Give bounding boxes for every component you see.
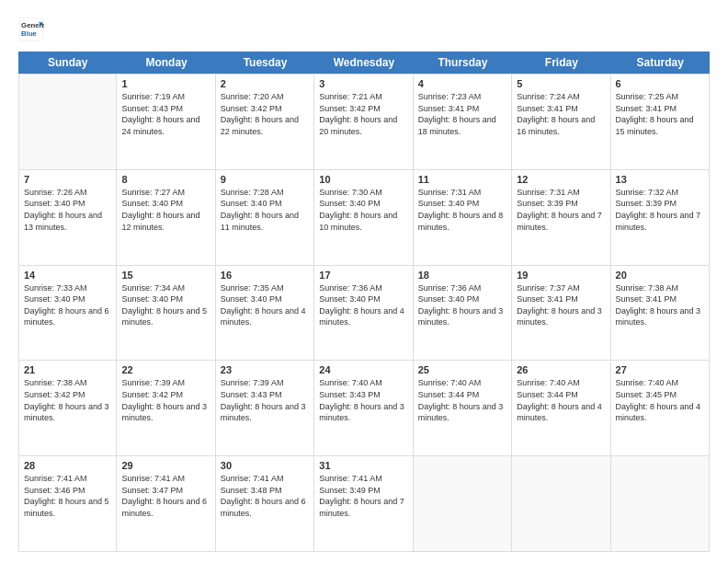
day-number: 21 <box>24 364 111 375</box>
empty-cell <box>18 75 117 169</box>
cell-info: Sunrise: 7:30 AMSunset: 3:40 PMDaylight:… <box>319 187 407 233</box>
day-cell-2: 2Sunrise: 7:20 AMSunset: 3:42 PMDaylight… <box>216 75 314 169</box>
day-number: 13 <box>616 174 704 185</box>
day-number: 3 <box>319 78 407 89</box>
day-number: 12 <box>517 174 605 185</box>
day-cell-11: 11Sunrise: 7:31 AMSunset: 3:40 PMDayligh… <box>414 170 512 265</box>
cell-info: Sunrise: 7:32 AMSunset: 3:39 PMDaylight:… <box>616 187 704 233</box>
day-number: 22 <box>121 364 210 375</box>
day-cell-26: 26Sunrise: 7:40 AMSunset: 3:44 PMDayligh… <box>512 361 610 455</box>
logo-icon: General Blue <box>18 17 44 42</box>
cell-info: Sunrise: 7:41 AMSunset: 3:49 PMDaylight:… <box>319 473 407 519</box>
cell-info: Sunrise: 7:33 AMSunset: 3:40 PMDaylight:… <box>24 282 111 328</box>
day-number: 16 <box>221 270 309 281</box>
day-number: 17 <box>319 270 407 281</box>
day-cell-15: 15Sunrise: 7:34 AMSunset: 3:40 PMDayligh… <box>117 266 215 361</box>
day-number: 31 <box>319 460 407 471</box>
cell-info: Sunrise: 7:35 AMSunset: 3:40 PMDaylight:… <box>221 282 309 328</box>
cell-info: Sunrise: 7:41 AMSunset: 3:47 PMDaylight:… <box>121 473 210 519</box>
day-cell-16: 16Sunrise: 7:35 AMSunset: 3:40 PMDayligh… <box>216 266 314 361</box>
cell-info: Sunrise: 7:31 AMSunset: 3:40 PMDaylight:… <box>418 187 506 233</box>
day-number: 2 <box>221 78 309 89</box>
weekday-header-monday: Monday <box>117 52 215 74</box>
cell-info: Sunrise: 7:36 AMSunset: 3:40 PMDaylight:… <box>319 282 407 328</box>
cell-info: Sunrise: 7:39 AMSunset: 3:42 PMDaylight:… <box>121 377 210 423</box>
day-cell-8: 8Sunrise: 7:27 AMSunset: 3:40 PMDaylight… <box>117 170 215 265</box>
day-cell-12: 12Sunrise: 7:31 AMSunset: 3:39 PMDayligh… <box>512 170 610 265</box>
day-number: 9 <box>221 174 309 185</box>
cell-info: Sunrise: 7:27 AMSunset: 3:40 PMDaylight:… <box>121 187 210 233</box>
day-number: 24 <box>319 364 407 375</box>
cell-info: Sunrise: 7:40 AMSunset: 3:44 PMDaylight:… <box>418 377 506 423</box>
logo: General Blue <box>18 17 48 42</box>
calendar-row-0: 1Sunrise: 7:19 AMSunset: 3:43 PMDaylight… <box>18 74 710 170</box>
page: General Blue SundayMondayTuesdayWednesda… <box>0 0 728 563</box>
day-number: 6 <box>616 78 704 89</box>
day-cell-18: 18Sunrise: 7:36 AMSunset: 3:40 PMDayligh… <box>414 266 512 361</box>
day-number: 30 <box>221 460 309 471</box>
day-cell-24: 24Sunrise: 7:40 AMSunset: 3:43 PMDayligh… <box>314 361 413 455</box>
cell-info: Sunrise: 7:24 AMSunset: 3:41 PMDaylight:… <box>517 91 605 137</box>
weekday-header-saturday: Saturday <box>611 52 710 74</box>
calendar-row-2: 14Sunrise: 7:33 AMSunset: 3:40 PMDayligh… <box>18 266 710 362</box>
cell-info: Sunrise: 7:40 AMSunset: 3:44 PMDaylight:… <box>517 377 605 423</box>
cell-info: Sunrise: 7:38 AMSunset: 3:41 PMDaylight:… <box>616 282 704 328</box>
day-number: 1 <box>121 78 210 89</box>
day-number: 18 <box>418 270 506 281</box>
cell-info: Sunrise: 7:28 AMSunset: 3:40 PMDaylight:… <box>221 187 309 233</box>
cell-info: Sunrise: 7:21 AMSunset: 3:42 PMDaylight:… <box>319 91 407 137</box>
cell-info: Sunrise: 7:26 AMSunset: 3:40 PMDaylight:… <box>24 187 111 233</box>
cell-info: Sunrise: 7:34 AMSunset: 3:40 PMDaylight:… <box>121 282 210 328</box>
day-cell-29: 29Sunrise: 7:41 AMSunset: 3:47 PMDayligh… <box>117 456 215 551</box>
day-number: 10 <box>319 174 407 185</box>
empty-cell <box>414 456 512 551</box>
cell-info: Sunrise: 7:36 AMSunset: 3:40 PMDaylight:… <box>418 282 506 328</box>
cell-info: Sunrise: 7:40 AMSunset: 3:43 PMDaylight:… <box>319 377 407 423</box>
day-cell-23: 23Sunrise: 7:39 AMSunset: 3:43 PMDayligh… <box>216 361 314 455</box>
day-cell-19: 19Sunrise: 7:37 AMSunset: 3:41 PMDayligh… <box>512 266 610 361</box>
day-cell-7: 7Sunrise: 7:26 AMSunset: 3:40 PMDaylight… <box>18 170 117 265</box>
day-cell-27: 27Sunrise: 7:40 AMSunset: 3:45 PMDayligh… <box>611 361 710 455</box>
day-number: 28 <box>24 460 111 471</box>
cell-info: Sunrise: 7:41 AMSunset: 3:46 PMDaylight:… <box>24 473 111 519</box>
cell-info: Sunrise: 7:25 AMSunset: 3:41 PMDaylight:… <box>616 91 704 137</box>
day-cell-5: 5Sunrise: 7:24 AMSunset: 3:41 PMDaylight… <box>512 75 610 169</box>
day-number: 19 <box>517 270 605 281</box>
weekday-header-friday: Friday <box>512 52 610 74</box>
day-cell-30: 30Sunrise: 7:41 AMSunset: 3:48 PMDayligh… <box>216 456 314 551</box>
day-cell-10: 10Sunrise: 7:30 AMSunset: 3:40 PMDayligh… <box>314 170 413 265</box>
day-cell-6: 6Sunrise: 7:25 AMSunset: 3:41 PMDaylight… <box>611 75 710 169</box>
calendar-row-3: 21Sunrise: 7:38 AMSunset: 3:42 PMDayligh… <box>18 361 710 456</box>
day-cell-3: 3Sunrise: 7:21 AMSunset: 3:42 PMDaylight… <box>314 75 413 169</box>
day-number: 25 <box>418 364 506 375</box>
day-cell-20: 20Sunrise: 7:38 AMSunset: 3:41 PMDayligh… <box>611 266 710 361</box>
day-number: 15 <box>121 270 210 281</box>
cell-info: Sunrise: 7:38 AMSunset: 3:42 PMDaylight:… <box>24 377 111 423</box>
cell-info: Sunrise: 7:23 AMSunset: 3:41 PMDaylight:… <box>418 91 506 137</box>
cell-info: Sunrise: 7:19 AMSunset: 3:43 PMDaylight:… <box>121 91 210 137</box>
day-number: 23 <box>221 364 309 375</box>
cell-info: Sunrise: 7:20 AMSunset: 3:42 PMDaylight:… <box>221 91 309 137</box>
day-cell-9: 9Sunrise: 7:28 AMSunset: 3:40 PMDaylight… <box>216 170 314 265</box>
day-cell-14: 14Sunrise: 7:33 AMSunset: 3:40 PMDayligh… <box>18 266 117 361</box>
day-number: 27 <box>616 364 704 375</box>
header: General Blue <box>18 17 710 42</box>
svg-text:Blue: Blue <box>21 29 38 38</box>
calendar-row-1: 7Sunrise: 7:26 AMSunset: 3:40 PMDaylight… <box>18 170 710 266</box>
weekday-header-tuesday: Tuesday <box>216 52 314 74</box>
day-cell-25: 25Sunrise: 7:40 AMSunset: 3:44 PMDayligh… <box>414 361 512 455</box>
day-cell-22: 22Sunrise: 7:39 AMSunset: 3:42 PMDayligh… <box>117 361 215 455</box>
day-cell-17: 17Sunrise: 7:36 AMSunset: 3:40 PMDayligh… <box>314 266 413 361</box>
weekday-header-sunday: Sunday <box>18 52 117 74</box>
day-number: 26 <box>517 364 605 375</box>
day-number: 11 <box>418 174 506 185</box>
calendar-body: 1Sunrise: 7:19 AMSunset: 3:43 PMDaylight… <box>18 74 710 552</box>
cell-info: Sunrise: 7:31 AMSunset: 3:39 PMDaylight:… <box>517 187 605 233</box>
day-cell-21: 21Sunrise: 7:38 AMSunset: 3:42 PMDayligh… <box>18 361 117 455</box>
calendar-row-4: 28Sunrise: 7:41 AMSunset: 3:46 PMDayligh… <box>18 456 710 552</box>
cell-info: Sunrise: 7:41 AMSunset: 3:48 PMDaylight:… <box>221 473 309 519</box>
cell-info: Sunrise: 7:37 AMSunset: 3:41 PMDaylight:… <box>517 282 605 328</box>
weekday-header-wednesday: Wednesday <box>314 52 413 74</box>
day-number: 29 <box>121 460 210 471</box>
weekday-header-thursday: Thursday <box>414 52 512 74</box>
